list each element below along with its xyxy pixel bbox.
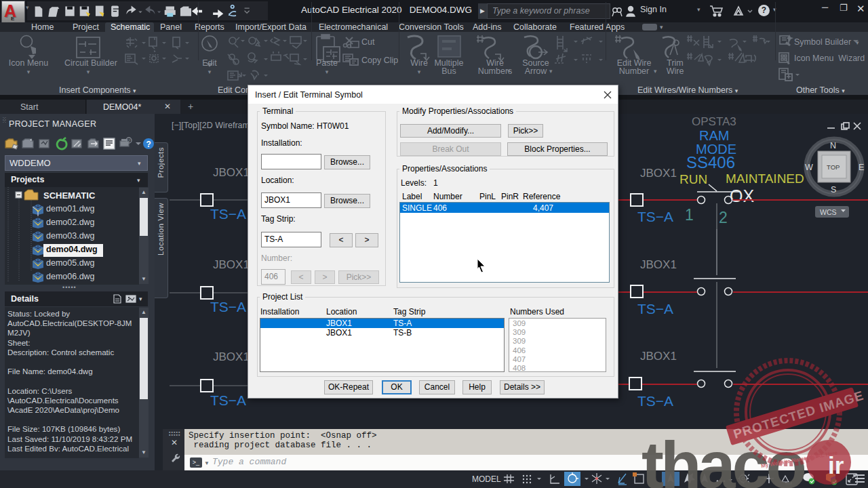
svg-text:SS406: SS406 [686,153,735,171]
svg-text:JBOX1: JBOX1 [213,166,250,179]
svg-text:MAINTAINED: MAINTAINED [726,171,804,186]
svg-text:JBOX1: JBOX1 [213,258,250,271]
svg-text:PROTECTED IMAGE: PROTECTED IMAGE [732,388,865,441]
svg-text:RAM: RAM [699,128,729,143]
svg-text:1: 1 [685,206,694,224]
svg-text:RUN: RUN [679,172,707,186]
svg-text:?: ? [127,138,131,144]
svg-text:JBOX1: JBOX1 [640,350,677,363]
svg-text:OX: OX [730,186,754,205]
svg-text:WCS: WCS [820,208,837,216]
svg-text:JBOX1: JBOX1 [640,258,677,271]
svg-text:W: W [805,163,813,172]
svg-text:OPSTA3: OPSTA3 [692,115,736,128]
svg-text:TS−A: TS−A [210,392,246,408]
svg-text:TS−A: TS−A [210,299,246,314]
svg-text:JBOX1: JBOX1 [213,350,250,363]
svg-text:TOP: TOP [827,163,840,171]
svg-text:TS−A: TS−A [210,206,246,222]
svg-text:S: S [831,185,836,195]
svg-text:TS−A: TS−A [637,393,673,409]
svg-text:JBOX1: JBOX1 [640,167,677,180]
svg-text:?: ? [146,140,151,149]
svg-text:TS−A: TS−A [637,301,673,317]
svg-text:E: E [859,163,864,172]
svg-text:2: 2 [719,209,728,226]
svg-text:N: N [830,141,836,150]
svg-text:TS−A: TS−A [637,209,673,224]
